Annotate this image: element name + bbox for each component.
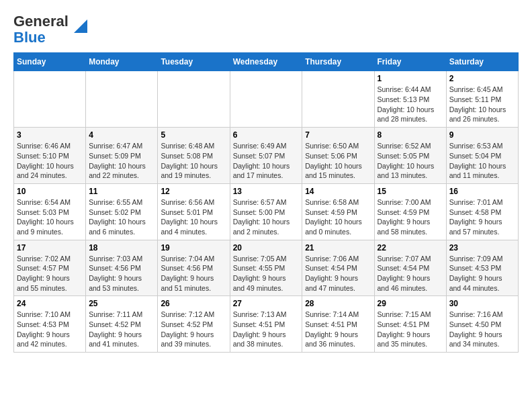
- day-number: 22: [378, 243, 443, 253]
- day-number: 15: [378, 187, 443, 196]
- day-info: Sunrise: 6:46 AM Sunset: 5:10 PM Dayligh…: [17, 141, 83, 181]
- calendar-cell: 18Sunrise: 7:03 AM Sunset: 4:56 PM Dayli…: [86, 240, 158, 296]
- week-row-2: 3Sunrise: 6:46 AM Sunset: 5:10 PM Daylig…: [14, 128, 519, 184]
- day-number: 10: [17, 187, 83, 196]
- day-info: Sunrise: 7:12 AM Sunset: 4:52 PM Dayligh…: [161, 310, 226, 349]
- calendar-cell: 28Sunrise: 7:14 AM Sunset: 4:51 PM Dayli…: [302, 296, 374, 353]
- day-number: 5: [161, 130, 226, 140]
- day-number: 7: [305, 130, 371, 140]
- calendar-cell: 7Sunrise: 6:50 AM Sunset: 5:06 PM Daylig…: [302, 128, 374, 184]
- weekday-header-thursday: Thursday: [302, 53, 374, 71]
- calendar-cell: 25Sunrise: 7:11 AM Sunset: 4:52 PM Dayli…: [86, 296, 158, 353]
- day-number: 11: [89, 187, 154, 196]
- day-info: Sunrise: 7:09 AM Sunset: 4:53 PM Dayligh…: [449, 254, 515, 293]
- logo: General Blue: [13, 13, 90, 46]
- day-info: Sunrise: 7:04 AM Sunset: 4:56 PM Dayligh…: [161, 254, 226, 293]
- day-info: Sunrise: 6:48 AM Sunset: 5:08 PM Dayligh…: [161, 141, 226, 181]
- day-number: 16: [449, 187, 515, 196]
- weekday-header-monday: Monday: [86, 53, 158, 71]
- calendar-cell: 9Sunrise: 6:53 AM Sunset: 5:04 PM Daylig…: [446, 128, 518, 184]
- day-number: 24: [17, 299, 83, 308]
- calendar-cell: 17Sunrise: 7:02 AM Sunset: 4:57 PM Dayli…: [14, 240, 86, 296]
- day-info: Sunrise: 7:14 AM Sunset: 4:51 PM Dayligh…: [305, 310, 371, 349]
- calendar-cell: 10Sunrise: 6:54 AM Sunset: 5:03 PM Dayli…: [14, 183, 86, 240]
- calendar-cell: 2Sunrise: 6:45 AM Sunset: 5:11 PM Daylig…: [446, 71, 518, 128]
- calendar-cell: 30Sunrise: 7:16 AM Sunset: 4:50 PM Dayli…: [446, 296, 518, 353]
- day-number: 19: [161, 243, 226, 253]
- calendar-cell: [230, 71, 302, 128]
- calendar-cell: 1Sunrise: 6:44 AM Sunset: 5:13 PM Daylig…: [374, 71, 446, 128]
- day-info: Sunrise: 6:57 AM Sunset: 5:00 PM Dayligh…: [233, 197, 300, 237]
- day-info: Sunrise: 6:54 AM Sunset: 5:03 PM Dayligh…: [17, 197, 83, 237]
- day-info: Sunrise: 7:00 AM Sunset: 4:59 PM Dayligh…: [378, 197, 443, 237]
- calendar-cell: 4Sunrise: 6:47 AM Sunset: 5:09 PM Daylig…: [86, 128, 158, 184]
- day-info: Sunrise: 7:16 AM Sunset: 4:50 PM Dayligh…: [449, 310, 515, 349]
- calendar-cell: 16Sunrise: 7:01 AM Sunset: 4:58 PM Dayli…: [446, 183, 518, 240]
- day-number: 6: [233, 130, 300, 140]
- day-info: Sunrise: 6:56 AM Sunset: 5:01 PM Dayligh…: [161, 197, 226, 237]
- day-number: 28: [305, 299, 371, 308]
- day-number: 1: [378, 74, 443, 83]
- calendar-cell: 12Sunrise: 6:56 AM Sunset: 5:01 PM Dayli…: [158, 183, 230, 240]
- day-number: 2: [449, 74, 515, 83]
- day-info: Sunrise: 6:47 AM Sunset: 5:09 PM Dayligh…: [89, 141, 154, 181]
- week-row-5: 24Sunrise: 7:10 AM Sunset: 4:53 PM Dayli…: [14, 296, 519, 353]
- weekday-header-tuesday: Tuesday: [158, 53, 230, 71]
- week-row-3: 10Sunrise: 6:54 AM Sunset: 5:03 PM Dayli…: [14, 183, 519, 240]
- day-number: 17: [17, 243, 83, 253]
- calendar-cell: 23Sunrise: 7:09 AM Sunset: 4:53 PM Dayli…: [446, 240, 518, 296]
- day-info: Sunrise: 6:53 AM Sunset: 5:04 PM Dayligh…: [449, 141, 515, 181]
- calendar-cell: 26Sunrise: 7:12 AM Sunset: 4:52 PM Dayli…: [158, 296, 230, 353]
- page-header: General Blue: [13, 13, 519, 46]
- week-row-1: 1Sunrise: 6:44 AM Sunset: 5:13 PM Daylig…: [14, 71, 519, 128]
- day-info: Sunrise: 7:07 AM Sunset: 4:54 PM Dayligh…: [378, 254, 443, 293]
- day-info: Sunrise: 7:01 AM Sunset: 4:58 PM Dayligh…: [449, 197, 515, 237]
- calendar-cell: 20Sunrise: 7:05 AM Sunset: 4:55 PM Dayli…: [230, 240, 302, 296]
- weekday-header-wednesday: Wednesday: [230, 53, 302, 71]
- logo-blue-text: Blue: [13, 30, 69, 46]
- calendar-cell: 11Sunrise: 6:55 AM Sunset: 5:02 PM Dayli…: [86, 183, 158, 240]
- calendar-cell: 22Sunrise: 7:07 AM Sunset: 4:54 PM Dayli…: [374, 240, 446, 296]
- logo-general-text: General: [13, 13, 69, 30]
- calendar-cell: 14Sunrise: 6:58 AM Sunset: 4:59 PM Dayli…: [302, 183, 374, 240]
- calendar-cell: 27Sunrise: 7:13 AM Sunset: 4:51 PM Dayli…: [230, 296, 302, 353]
- day-number: 4: [89, 130, 154, 140]
- calendar-cell: 21Sunrise: 7:06 AM Sunset: 4:54 PM Dayli…: [302, 240, 374, 296]
- weekday-header-row: SundayMondayTuesdayWednesdayThursdayFrid…: [14, 53, 519, 71]
- logo-triangle-icon: [71, 17, 90, 36]
- day-number: 29: [378, 299, 443, 308]
- weekday-header-friday: Friday: [374, 53, 446, 71]
- day-number: 18: [89, 243, 154, 253]
- calendar-cell: 5Sunrise: 6:48 AM Sunset: 5:08 PM Daylig…: [158, 128, 230, 184]
- day-number: 27: [233, 299, 300, 308]
- calendar-cell: 13Sunrise: 6:57 AM Sunset: 5:00 PM Dayli…: [230, 183, 302, 240]
- calendar-cell: [86, 71, 158, 128]
- calendar-cell: 24Sunrise: 7:10 AM Sunset: 4:53 PM Dayli…: [14, 296, 86, 353]
- calendar-cell: 15Sunrise: 7:00 AM Sunset: 4:59 PM Dayli…: [374, 183, 446, 240]
- day-info: Sunrise: 7:13 AM Sunset: 4:51 PM Dayligh…: [233, 310, 300, 349]
- day-info: Sunrise: 6:45 AM Sunset: 5:11 PM Dayligh…: [449, 85, 515, 124]
- calendar-cell: [158, 71, 230, 128]
- day-number: 14: [305, 187, 371, 196]
- logo-text-block: General Blue: [13, 13, 69, 46]
- weekday-header-saturday: Saturday: [446, 53, 518, 71]
- calendar-cell: [14, 71, 86, 128]
- day-number: 3: [17, 130, 83, 140]
- day-info: Sunrise: 6:52 AM Sunset: 5:05 PM Dayligh…: [378, 141, 443, 181]
- calendar-cell: 29Sunrise: 7:15 AM Sunset: 4:51 PM Dayli…: [374, 296, 446, 353]
- day-number: 21: [305, 243, 371, 253]
- day-number: 30: [449, 299, 515, 308]
- calendar-cell: 8Sunrise: 6:52 AM Sunset: 5:05 PM Daylig…: [374, 128, 446, 184]
- day-info: Sunrise: 6:55 AM Sunset: 5:02 PM Dayligh…: [89, 197, 154, 237]
- day-number: 12: [161, 187, 226, 196]
- weekday-header-sunday: Sunday: [14, 53, 86, 71]
- day-info: Sunrise: 7:05 AM Sunset: 4:55 PM Dayligh…: [233, 254, 300, 293]
- calendar-cell: 19Sunrise: 7:04 AM Sunset: 4:56 PM Dayli…: [158, 240, 230, 296]
- week-row-4: 17Sunrise: 7:02 AM Sunset: 4:57 PM Dayli…: [14, 240, 519, 296]
- calendar-cell: 3Sunrise: 6:46 AM Sunset: 5:10 PM Daylig…: [14, 128, 86, 184]
- day-info: Sunrise: 7:06 AM Sunset: 4:54 PM Dayligh…: [305, 254, 371, 293]
- svg-marker-0: [74, 19, 87, 33]
- calendar-table: SundayMondayTuesdayWednesdayThursdayFrid…: [13, 52, 519, 353]
- day-info: Sunrise: 7:10 AM Sunset: 4:53 PM Dayligh…: [17, 310, 83, 349]
- day-info: Sunrise: 6:49 AM Sunset: 5:07 PM Dayligh…: [233, 141, 300, 181]
